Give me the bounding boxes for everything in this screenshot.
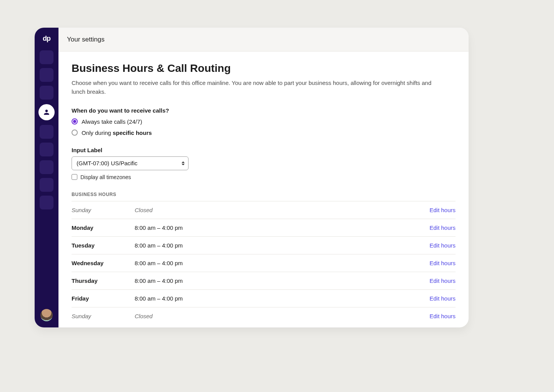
day-cell: Monday (72, 219, 135, 236)
sidebar-item-3[interactable] (40, 86, 53, 100)
day-cell: Tuesday (72, 236, 135, 254)
sidebar-nav (38, 50, 55, 209)
action-cell: Edit hours (409, 219, 456, 236)
timezone-input-label: Input Label (72, 147, 456, 153)
day-cell: Sunday (72, 201, 135, 219)
main: Your settings Business Hours & Call Rout… (58, 28, 469, 327)
receive-calls-radio-group: Always take calls (24/7) Only during spe… (72, 118, 456, 136)
action-cell: Edit hours (409, 254, 456, 272)
table-row: Wednesday8:00 am – 4:00 pmEdit hours (72, 254, 456, 272)
sidebar: dp (35, 28, 58, 327)
radio-circle-icon (72, 130, 78, 136)
hours-cell: 8:00 am – 4:00 pm (135, 254, 409, 272)
sidebar-item-2[interactable] (40, 68, 53, 82)
action-cell: Edit hours (409, 289, 456, 307)
hours-cell: 8:00 am – 4:00 pm (135, 289, 409, 307)
edit-hours-link[interactable]: Edit hours (429, 207, 456, 213)
table-row: SundayClosedEdit hours (72, 201, 456, 219)
radio-specific-label-bold: specific hours (113, 130, 152, 136)
edit-hours-link[interactable]: Edit hours (429, 295, 456, 302)
radio-specific-hours[interactable]: Only during specific hours (72, 130, 456, 136)
action-cell: Edit hours (409, 307, 456, 325)
sidebar-item-5[interactable] (40, 125, 53, 139)
logo: dp (43, 35, 50, 43)
topbar-title: Your settings (67, 36, 105, 43)
hours-cell: Closed (135, 307, 409, 325)
hours-cell: 8:00 am – 4:00 pm (135, 272, 409, 289)
radio-circle-icon (72, 118, 78, 125)
checkbox-icon[interactable] (72, 174, 77, 180)
timezone-select[interactable]: (GMT-07:00) US/Pacific (72, 156, 189, 170)
day-cell: Friday (72, 289, 135, 307)
business-hours-header: BUSINESS HOURS (72, 192, 456, 197)
radio-specific-label-plain: Only during (82, 130, 113, 136)
timezone-select-wrap: (GMT-07:00) US/Pacific (72, 156, 189, 170)
edit-hours-link[interactable]: Edit hours (429, 277, 456, 284)
display-all-timezones-label: Display all timezones (80, 174, 131, 180)
table-row: Monday8:00 am – 4:00 pmEdit hours (72, 219, 456, 236)
business-hours-table: SundayClosedEdit hoursMonday8:00 am – 4:… (72, 201, 456, 325)
day-cell: Wednesday (72, 254, 135, 272)
sidebar-item-7[interactable] (40, 160, 53, 174)
radio-always-label: Always take calls (24/7) (82, 118, 142, 125)
action-cell: Edit hours (409, 201, 456, 219)
radio-always[interactable]: Always take calls (24/7) (72, 118, 456, 125)
page-title: Business Hours & Call Routing (72, 62, 456, 75)
hours-cell: 8:00 am – 4:00 pm (135, 219, 409, 236)
hours-cell: 8:00 am – 4:00 pm (135, 236, 409, 254)
action-cell: Edit hours (409, 236, 456, 254)
sidebar-item-6[interactable] (40, 143, 53, 156)
sidebar-item-8[interactable] (40, 178, 53, 192)
table-row: Friday8:00 am – 4:00 pmEdit hours (72, 289, 456, 307)
avatar[interactable] (40, 309, 53, 321)
edit-hours-link[interactable]: Edit hours (429, 313, 456, 319)
edit-hours-link[interactable]: Edit hours (429, 224, 456, 231)
person-icon (43, 108, 50, 116)
edit-hours-link[interactable]: Edit hours (429, 242, 456, 249)
edit-hours-link[interactable]: Edit hours (429, 260, 456, 266)
action-cell: Edit hours (409, 272, 456, 289)
app-shell: dp Your settings Business Hours & Call R… (35, 28, 469, 327)
receive-calls-question: When do you want to receive calls? (72, 107, 456, 114)
sidebar-item-1[interactable] (40, 50, 53, 64)
display-all-timezones-row[interactable]: Display all timezones (72, 174, 456, 180)
sidebar-item-profile[interactable] (38, 104, 55, 120)
table-row: Thursday8:00 am – 4:00 pmEdit hours (72, 272, 456, 289)
sidebar-item-9[interactable] (40, 196, 53, 209)
radio-specific-label: Only during specific hours (82, 130, 152, 136)
day-cell: Sunday (72, 307, 135, 325)
hours-cell: Closed (135, 201, 409, 219)
table-row: SundayClosedEdit hours (72, 307, 456, 325)
timezone-block: Input Label (GMT-07:00) US/Pacific Displ… (72, 147, 456, 180)
timezone-selected-value: (GMT-07:00) US/Pacific (77, 160, 137, 166)
topbar: Your settings (58, 28, 469, 51)
day-cell: Thursday (72, 272, 135, 289)
content: Business Hours & Call Routing Choose whe… (58, 51, 469, 327)
table-row: Tuesday8:00 am – 4:00 pmEdit hours (72, 236, 456, 254)
page-description: Choose when you want to receive calls fo… (72, 78, 433, 96)
